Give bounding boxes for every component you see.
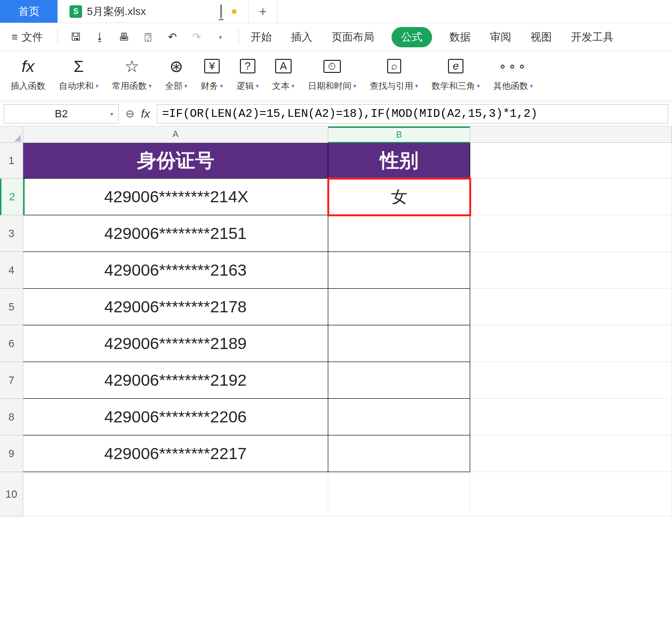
cell-A5[interactable]: 429006********2178 (23, 289, 328, 325)
separator (57, 29, 58, 45)
cell-blank[interactable] (470, 215, 672, 252)
cell-A8[interactable]: 429006********2206 (23, 399, 328, 435)
cell-B2[interactable]: 女 (328, 179, 470, 215)
math-functions-button[interactable]: e 数学和三角▾ (426, 55, 486, 93)
column-header-blank[interactable] (470, 126, 672, 143)
cell-B1[interactable]: 性别 (328, 143, 470, 179)
quick-dropdown[interactable]: ▾ (210, 26, 232, 48)
all-functions-button[interactable]: ⊛ 全部▾ (159, 55, 193, 93)
logic-functions-label: 逻辑 (237, 80, 254, 92)
other-functions-label: 其他函数 (493, 80, 528, 92)
presentation-icon[interactable] (220, 5, 222, 18)
ribbon-tab-dev[interactable]: 开发工具 (569, 27, 616, 47)
insert-function-button[interactable]: fx 插入函数 (5, 55, 51, 93)
zoom-out-icon[interactable]: ⊖ (126, 108, 134, 120)
quick-access-row: ≡ 文件 🖫 ⭳ 🖶 ⍰ ↶ ↷ ▾ 开始 插入 页面布局 公式 数据 审阅 视… (0, 23, 672, 51)
row-header-6[interactable]: 6 (0, 325, 23, 362)
ribbon-tab-view[interactable]: 视图 (529, 27, 554, 47)
chevron-down-icon: ▾ (149, 83, 152, 89)
cell-A7[interactable]: 429006********2192 (23, 362, 328, 399)
ribbon-tab-insert[interactable]: 插入 (289, 27, 314, 47)
new-tab-button[interactable]: + (249, 0, 278, 23)
file-name-label: 5月案例.xlsx (87, 4, 146, 19)
print-preview-button[interactable]: ⍰ (137, 26, 159, 48)
formula-input[interactable]: =IF(OR(LEN(A2)=15,LEN(A2)=18),IF(MOD(MID… (157, 104, 668, 124)
tab-home-label: 首页 (18, 4, 40, 19)
chevron-down-icon: ▾ (219, 33, 222, 41)
row-header-9[interactable]: 9 (0, 435, 23, 472)
cell-B9[interactable] (328, 435, 470, 472)
svg-marker-0 (14, 135, 21, 141)
ribbon-tab-formula[interactable]: 公式 (392, 27, 432, 47)
cell-A9[interactable]: 429006********2217 (23, 435, 328, 472)
row-header-4[interactable]: 4 (0, 252, 23, 289)
row-header-8[interactable]: 8 (0, 399, 23, 435)
undo-button[interactable]: ↶ (161, 26, 183, 48)
file-menu-label: 文件 (22, 30, 43, 44)
cell-blank[interactable] (470, 289, 672, 325)
cell-A1[interactable]: 身份证号 (23, 143, 328, 179)
tab-home[interactable]: 首页 (0, 0, 58, 23)
cell-B5[interactable] (328, 289, 470, 325)
cell-B10[interactable] (328, 472, 470, 517)
name-box[interactable]: B2 ▾ (4, 104, 119, 124)
cell-B3[interactable] (328, 215, 470, 252)
cell-A3[interactable]: 429006********2151 (23, 215, 328, 252)
cell-blank[interactable] (470, 472, 672, 517)
ribbon-tab-start[interactable]: 开始 (249, 27, 274, 47)
lookup-functions-button[interactable]: ⌕ 查找与引用▾ (364, 55, 424, 93)
other-functions-button[interactable]: ∘∘∘ 其他函数▾ (488, 55, 539, 93)
save-button[interactable]: 🖫 (65, 26, 87, 48)
redo-button[interactable]: ↷ (185, 26, 208, 48)
file-menu[interactable]: ≡ 文件 (4, 30, 51, 44)
export-button[interactable]: ⭳ (89, 26, 111, 48)
row-header-3[interactable]: 3 (0, 215, 23, 252)
finance-functions-button[interactable]: ¥ 财务▾ (195, 55, 229, 93)
insert-function-label: 插入函数 (11, 80, 45, 92)
cell-A2[interactable]: 429006********214X (23, 179, 328, 215)
row-header-5[interactable]: 5 (0, 289, 23, 325)
cell-A10[interactable] (23, 472, 328, 517)
print-button[interactable]: 🖶 (113, 26, 135, 48)
ribbon-tab-review[interactable]: 审阅 (488, 27, 513, 47)
row-header-7[interactable]: 7 (0, 362, 23, 399)
text-functions-button[interactable]: A 文本▾ (266, 55, 300, 93)
chevron-down-icon[interactable]: ▾ (110, 110, 113, 118)
cell-B8[interactable] (328, 399, 470, 435)
datetime-functions-button[interactable]: ⏲ 日期和时间▾ (302, 55, 362, 93)
yen-icon: ¥ (204, 59, 220, 73)
triangle-icon (14, 135, 21, 141)
plus-icon: + (259, 4, 266, 19)
tab-file-status (220, 5, 237, 18)
hamburger-icon: ≡ (12, 31, 18, 43)
sheet-area: A B 1 2 3 4 5 6 7 8 9 10 身份证号 性别 (0, 126, 672, 517)
cell-blank[interactable] (470, 325, 672, 362)
cell-blank[interactable] (470, 399, 672, 435)
tab-file[interactable]: S 5月案例.xlsx (58, 0, 249, 23)
cell-B6[interactable] (328, 325, 470, 362)
row-header-2[interactable]: 2 (0, 179, 23, 215)
column-header-A[interactable]: A (23, 126, 328, 143)
cell-blank[interactable] (470, 362, 672, 399)
cell-A4[interactable]: 429006********2163 (23, 252, 328, 289)
ribbon-tab-page-layout[interactable]: 页面布局 (330, 27, 376, 47)
row-header-1[interactable]: 1 (0, 143, 23, 179)
fx-icon[interactable]: fx (141, 107, 150, 121)
cell-B4[interactable] (328, 252, 470, 289)
autosum-button[interactable]: Σ 自动求和▾ (53, 55, 104, 93)
all-functions-label: 全部 (165, 80, 182, 92)
star-icon: ☆ (125, 56, 139, 76)
logic-functions-button[interactable]: ? 逻辑▾ (231, 55, 265, 93)
cell-blank[interactable] (470, 179, 672, 215)
cell-A6[interactable]: 429006********2189 (23, 325, 328, 362)
cell-blank[interactable] (470, 252, 672, 289)
cell-B7[interactable] (328, 362, 470, 399)
ribbon-tab-data[interactable]: 数据 (448, 27, 473, 47)
chevron-down-icon: ▾ (353, 83, 356, 89)
column-header-B[interactable]: B (328, 126, 470, 143)
common-functions-button[interactable]: ☆ 常用函数▾ (106, 55, 157, 93)
cell-blank[interactable] (470, 435, 672, 472)
row-header-10[interactable]: 10 (0, 472, 23, 517)
select-all-corner[interactable] (0, 126, 23, 143)
cell-blank[interactable] (470, 143, 672, 179)
